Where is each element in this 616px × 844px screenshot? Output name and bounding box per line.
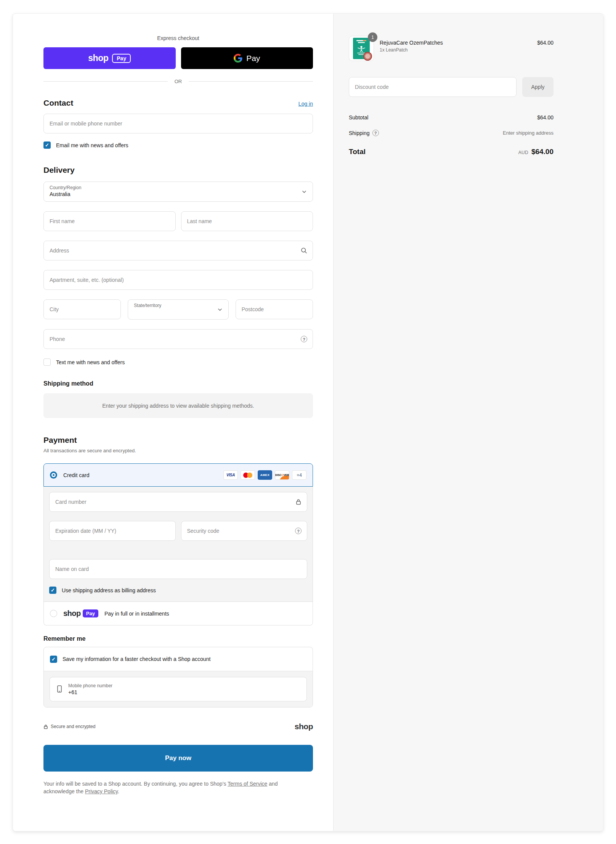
subtotal-value: $64.00 xyxy=(537,114,553,121)
payment-subheading: All transactions are secure and encrypte… xyxy=(43,448,313,453)
product-image xyxy=(353,38,370,59)
shipping-method-heading: Shipping method xyxy=(43,380,313,387)
billing-address-label: Use shipping address as billing address xyxy=(62,587,156,593)
installments-label: Pay in full or in installments xyxy=(104,611,169,617)
express-checkout-label: Express checkout xyxy=(43,35,313,41)
shop-pay-button[interactable]: shop Pay xyxy=(43,47,176,69)
total-row: Total AUD $64.00 xyxy=(349,148,553,156)
country-value: Australia xyxy=(50,191,296,197)
sms-news-label: Text me with news and offers xyxy=(56,359,125,365)
shop-pay-logo: shop Pay xyxy=(63,609,98,618)
apartment-field[interactable] xyxy=(43,270,313,290)
order-summary: 1 RejuvaCare OzemPatches 1x LeanPatch $6… xyxy=(333,14,603,831)
state-select[interactable]: State/territory xyxy=(128,299,228,320)
city-field[interactable] xyxy=(43,299,121,319)
mobile-phone-value: +61 xyxy=(68,689,112,695)
billing-address-checkbox-row: ✓ Use shipping address as billing addres… xyxy=(49,587,307,594)
secure-note: Secure and encrypted xyxy=(43,724,95,729)
remember-me-heading: Remember me xyxy=(43,635,313,642)
sms-news-checkbox[interactable] xyxy=(43,358,51,366)
login-link[interactable]: Log in xyxy=(298,101,313,107)
or-divider: OR xyxy=(43,79,313,84)
credit-card-form: ? ✓ Use shipping address as billing addr… xyxy=(43,487,313,602)
first-name-field[interactable] xyxy=(43,211,176,231)
shipping-method-notice: Enter your shipping address to view avai… xyxy=(43,393,313,418)
delivery-heading: Delivery xyxy=(43,166,313,175)
country-select[interactable]: Country/Region Australia xyxy=(43,182,313,202)
discount-row: Apply xyxy=(349,77,553,97)
discover-icon: DISCOVER xyxy=(275,470,289,480)
more-cards-badge: +4 xyxy=(292,470,306,480)
credit-card-label: Credit card xyxy=(63,472,89,478)
credit-card-radio[interactable] xyxy=(50,471,57,479)
chevron-down-icon xyxy=(217,307,223,312)
mobile-phone-label: Mobile phone number xyxy=(68,683,112,688)
accepted-cards: VISA AMEX DISCOVER +4 xyxy=(223,470,306,480)
subtotal-label: Subtotal xyxy=(349,114,368,121)
product-title: RejuvaCare OzemPatches xyxy=(380,40,443,46)
phone-field[interactable] xyxy=(43,329,313,349)
sms-news-checkbox-row: Text me with news and offers xyxy=(43,358,313,366)
mastercard-icon xyxy=(241,470,255,480)
shop-pay-badge: Pay xyxy=(112,54,131,63)
product-stamp-badge xyxy=(363,52,372,61)
payment-options: Credit card VISA AMEX DISCOVER +4 xyxy=(43,463,313,625)
credit-card-option[interactable]: Credit card VISA AMEX DISCOVER +4 xyxy=(43,463,313,487)
shop-wordmark: shop xyxy=(295,722,313,731)
country-label: Country/Region xyxy=(50,185,296,190)
email-news-checkbox[interactable]: ✓ xyxy=(43,141,51,149)
card-number-field[interactable] xyxy=(49,492,307,512)
subtotal-row: Subtotal $64.00 xyxy=(349,114,553,121)
payment-heading: Payment xyxy=(43,436,313,445)
total-value: $64.00 xyxy=(531,148,553,156)
name-on-card-field[interactable] xyxy=(49,559,307,579)
last-name-field[interactable] xyxy=(181,211,313,231)
express-buttons: shop Pay Pay xyxy=(43,47,313,69)
amex-icon: AMEX xyxy=(258,470,272,480)
terms-of-service-link[interactable]: Terms of Service xyxy=(228,781,267,787)
shop-pay-radio[interactable] xyxy=(50,610,57,617)
phone-help-icon[interactable]: ? xyxy=(301,336,307,342)
email-news-label: Email me with news and offers xyxy=(56,142,128,148)
product-price: $64.00 xyxy=(537,36,553,46)
billing-address-checkbox[interactable]: ✓ xyxy=(49,587,56,594)
contact-heading: Contact xyxy=(43,98,73,108)
postcode-field[interactable] xyxy=(236,299,313,319)
save-info-label: Save my information for a faster checkou… xyxy=(63,656,210,662)
mobile-phone-field[interactable]: Mobile phone number +61 xyxy=(50,677,307,701)
discount-code-input[interactable] xyxy=(349,77,517,97)
expiration-field[interactable] xyxy=(49,521,176,541)
small-lock-icon xyxy=(43,724,48,729)
quantity-badge: 1 xyxy=(368,32,377,42)
privacy-policy-link[interactable]: Privacy Policy xyxy=(85,788,118,794)
search-icon xyxy=(301,248,307,254)
apply-discount-button[interactable]: Apply xyxy=(522,77,553,97)
chevron-down-icon xyxy=(302,189,307,195)
email-field[interactable] xyxy=(43,114,313,133)
lock-icon xyxy=(295,499,302,505)
remember-me-box: ✓ Save my information for a faster check… xyxy=(43,647,313,707)
security-code-help-icon[interactable]: ? xyxy=(295,528,302,534)
shop-pay-installments-option[interactable]: shop Pay Pay in full or in installments xyxy=(43,602,313,625)
google-pay-label: Pay xyxy=(246,54,260,63)
shop-pay-wordmark: shop xyxy=(88,53,108,63)
cart-line-item: 1 RejuvaCare OzemPatches 1x LeanPatch $6… xyxy=(349,36,553,61)
shipping-help-icon[interactable]: ? xyxy=(372,130,379,136)
pay-now-button[interactable]: Pay now xyxy=(43,745,313,772)
shipping-label: Shipping xyxy=(349,130,370,136)
visa-icon: VISA xyxy=(223,470,238,480)
state-label: State/territory xyxy=(134,303,211,308)
checkout-card: Express checkout shop Pay Pay xyxy=(13,13,603,831)
google-g-icon xyxy=(234,54,242,63)
address-field[interactable] xyxy=(43,241,313,260)
or-label: OR xyxy=(175,79,182,84)
product-thumbnail: 1 xyxy=(349,36,374,61)
security-code-field[interactable] xyxy=(181,521,308,541)
checkout-main: Express checkout shop Pay Pay xyxy=(13,14,333,831)
currency-code: AUD xyxy=(518,150,528,155)
mobile-phone-icon xyxy=(56,685,63,693)
total-label: Total xyxy=(349,148,366,156)
google-pay-button[interactable]: Pay xyxy=(181,47,313,69)
save-info-checkbox[interactable]: ✓ xyxy=(50,656,57,663)
legal-text: Your info will be saved to a Shop accoun… xyxy=(43,780,295,796)
